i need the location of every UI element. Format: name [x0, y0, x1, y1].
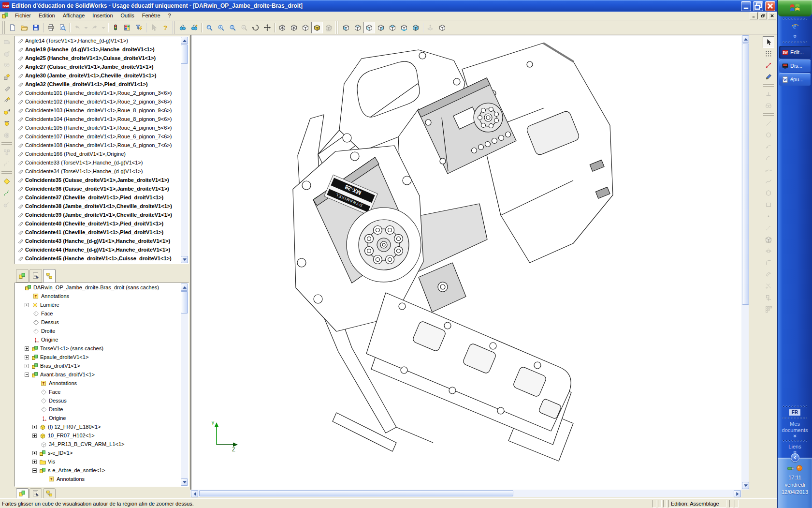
tree-item[interactable]: TAnnotations — [15, 379, 188, 388]
mate-item[interactable]: Coïncidente33 (TorseV1<1>,Hanche_(d-g)V1… — [15, 158, 188, 167]
display-hidden-visible-button[interactable] — [288, 22, 300, 33]
tree-item[interactable]: TorseV1<1> (sans caches) — [15, 344, 188, 353]
scroll-up-button[interactable] — [181, 284, 188, 291]
scroll-thumb[interactable] — [181, 45, 188, 64]
tree-scrollbar[interactable] — [181, 284, 188, 486]
mate-item[interactable]: Angle25 (Hanche_droiteV1<1>,Cuisse_droit… — [15, 54, 188, 62]
scroll-thumb[interactable] — [181, 291, 188, 314]
clock[interactable]: 17:11 — [788, 474, 801, 481]
scroll-thumb[interactable] — [742, 44, 749, 305]
interference-detection-button[interactable] — [1, 176, 13, 187]
scroll-left-button[interactable] — [191, 490, 198, 497]
zoom-in-button[interactable] — [215, 22, 227, 33]
tab-configurationmanager[interactable] — [43, 488, 56, 498]
menu-edition[interactable]: Edition — [35, 12, 59, 19]
menu-insertion[interactable]: Insertion — [88, 12, 116, 19]
mate-item[interactable]: Coïncidente44 (Hanche_(d-g)V1<1>,Hanche_… — [15, 245, 188, 254]
tree-item[interactable]: Droite — [15, 405, 188, 414]
start-button[interactable] — [778, 0, 812, 16]
dimension-button[interactable] — [763, 60, 774, 71]
scroll-up-button[interactable] — [181, 37, 188, 44]
tray-device-slot[interactable] — [787, 464, 795, 473]
toolbar-handle[interactable] — [763, 84, 774, 88]
mate-item[interactable]: Coïncidente40 (Cheville_droiteV1<1>,Pied… — [15, 219, 188, 228]
zoom-fit-add-button[interactable] — [188, 22, 200, 33]
close-button[interactable] — [765, 1, 775, 11]
zoom-fit-button[interactable] — [177, 22, 188, 33]
mate-item[interactable]: Coïncidente101 (Hanche_droiteV1<1>,Roue_… — [15, 89, 188, 97]
open-folder-button[interactable] — [18, 22, 30, 33]
tree-item[interactable]: TAnnotations — [15, 475, 188, 483]
chevron-icon[interactable]: » — [793, 434, 798, 438]
tree-item[interactable]: s-e_Arbre_de_sortie<1> — [15, 466, 188, 475]
mate-item[interactable]: Angle14 (TorseV1<1>,Hanche_(d-g)V1<1>) — [15, 36, 188, 45]
new-document-button[interactable] — [7, 22, 18, 33]
tree-item[interactable]: 34_PR13_B_CVR_ARM_L1<1> — [15, 440, 188, 448]
view-right-button[interactable] — [375, 22, 387, 33]
view-left-button[interactable] — [363, 22, 375, 33]
tree-item[interactable]: Bras_droitV1<1> — [15, 361, 188, 370]
internet-explorer-slot[interactable]: e — [791, 23, 799, 33]
color-palette-button[interactable] — [121, 22, 133, 33]
tree-item[interactable]: Epaule_droiteV1<1> — [15, 353, 188, 361]
chevron-icon[interactable]: » — [793, 35, 798, 38]
tree-item[interactable]: Face — [15, 309, 188, 318]
expand-box[interactable] — [25, 346, 29, 351]
mate-button[interactable] — [1, 83, 13, 94]
tree-item[interactable]: 10_FR07_H102<1> — [15, 431, 188, 440]
mates-scrollbar[interactable] — [181, 37, 188, 263]
expand-box[interactable] — [25, 303, 29, 307]
tree-item[interactable]: Droite — [15, 327, 188, 335]
view-back-button[interactable] — [352, 22, 363, 33]
menu-affichage[interactable]: Affichage — [59, 12, 89, 19]
toolbar-handle[interactable] — [1, 142, 12, 146]
mate-item[interactable]: Coïncidente38 (Jambe_droiteV1<1>,Chevill… — [15, 202, 188, 210]
lighting-button[interactable] — [110, 22, 121, 33]
taskbar-toolbar-liens[interactable]: Liens — [778, 444, 812, 450]
scroll-down-button[interactable] — [742, 482, 749, 489]
selection-filter-button[interactable] — [133, 22, 145, 33]
collapse-box[interactable] — [32, 468, 37, 473]
view-front-button[interactable] — [340, 22, 352, 33]
mate-item[interactable]: Coïncidente35 (Cuisse_droiteV1<1>,Jambe_… — [15, 176, 188, 184]
mate-item[interactable]: Coïncidente45 (Hanche_droiteV1<1>,Cuisse… — [15, 254, 188, 263]
smart-fasteners-button[interactable] — [1, 94, 13, 106]
view-isometric-button[interactable] — [410, 22, 421, 33]
tree-item[interactable]: TAnnotations — [15, 292, 188, 300]
task-button-solidworks-task[interactable]: SWEdit... — [779, 46, 811, 59]
zoom-in-out-button[interactable] — [227, 22, 238, 33]
sensor-path-button[interactable] — [1, 187, 13, 199]
tab-propertymanager[interactable] — [29, 269, 42, 283]
mate-item[interactable]: Angle30 (Jambe_droiteV1<1>,Cheville_droi… — [15, 71, 188, 80]
help-button[interactable]: ? — [160, 22, 171, 33]
tree-item[interactable]: Face — [15, 388, 188, 396]
tree-item[interactable]: Vis — [15, 457, 188, 466]
menu-fenetre[interactable]: Fenêtre — [138, 12, 164, 19]
mate-item[interactable]: Angle19 (Hanche_(d-g)V1<1>,Hanche_droite… — [15, 45, 188, 54]
select-arrow-button[interactable] — [763, 36, 774, 48]
tray-app-slot[interactable] — [796, 464, 803, 473]
toolbar-handle[interactable] — [2, 21, 6, 34]
expand-box[interactable] — [32, 451, 37, 455]
rotate-component-button[interactable] — [1, 118, 13, 129]
minimize-button[interactable] — [741, 1, 751, 11]
sketch-button[interactable] — [763, 71, 774, 83]
tree-item[interactable]: Origine — [15, 414, 188, 422]
expand-box[interactable] — [32, 425, 37, 429]
display-wireframe-button[interactable] — [276, 22, 288, 33]
zoom-area-button[interactable] — [203, 22, 215, 33]
chevron-icon[interactable]: » — [793, 451, 798, 454]
mate-item[interactable]: Coïncidente166 (Pied_droitV1<1>,Origine) — [15, 149, 188, 158]
expand-box[interactable] — [32, 460, 37, 464]
viewport-vscrollbar[interactable] — [741, 35, 749, 490]
title-bar[interactable]: SW Edition d'éducation de SolidWorks - U… — [0, 0, 777, 12]
mate-item[interactable]: Coïncidente102 (Hanche_droiteV1<1>,Roue_… — [15, 97, 188, 106]
mate-item[interactable]: Coïncidente103 (Hanche_droiteV1<1>,Roue_… — [15, 106, 188, 115]
tree-item[interactable]: DARwin_OP_Jambe_droite-Bras_droit (sans … — [15, 283, 188, 292]
scroll-down-button[interactable] — [181, 478, 188, 486]
task-button-display-task[interactable]: Dis... — [779, 60, 811, 72]
view-orientation-button[interactable] — [436, 22, 448, 33]
mate-item[interactable]: Coïncidente41 (Cheville_droiteV1<1>,Pied… — [15, 228, 188, 237]
tab-featuremanager[interactable] — [16, 269, 29, 283]
scroll-up-button[interactable] — [742, 35, 749, 43]
